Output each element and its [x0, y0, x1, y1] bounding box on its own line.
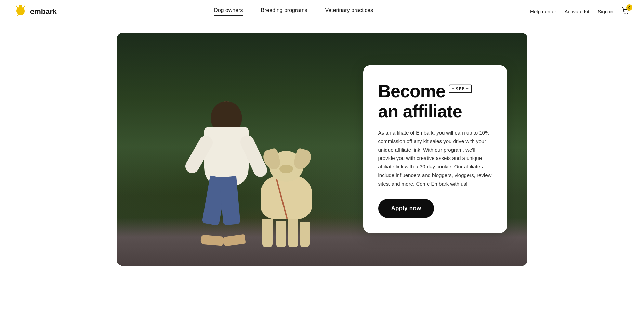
nav-center: Dog owners Breeding programs Veterinary …	[57, 7, 530, 16]
sep-bracket-close-icon: ¬	[466, 87, 469, 91]
headline-row: Become ⌐ SEP ¬	[378, 82, 492, 101]
headline-affiliate: an affiliate	[378, 102, 492, 121]
help-center-link[interactable]: Help center	[530, 9, 556, 14]
embark-logo-icon	[14, 5, 27, 18]
cart-button[interactable]: 0	[621, 7, 630, 17]
brand-name: embark	[30, 7, 57, 16]
svg-point-0	[19, 5, 22, 8]
activate-kit-link[interactable]: Activate kit	[565, 9, 590, 14]
hero-section: Become ⌐ SEP ¬ an affiliate As an affili…	[117, 33, 527, 266]
sep-label: SEP	[456, 86, 464, 91]
headline-become: Become	[378, 82, 445, 101]
nav-right: Help center Activate kit Sign in 0	[530, 7, 630, 17]
logo-link[interactable]: embark	[14, 5, 57, 18]
nav-veterinary-practices[interactable]: Veterinary practices	[325, 7, 373, 16]
nav-dog-owners[interactable]: Dog owners	[214, 7, 243, 16]
sep-badge: ⌐ SEP ¬	[449, 85, 472, 93]
sign-in-link[interactable]: Sign in	[597, 9, 613, 14]
dog-figure	[254, 141, 319, 247]
cart-count-badge: 0	[626, 4, 632, 11]
nav-breeding-programs[interactable]: Breeding programs	[261, 7, 307, 16]
affiliate-description: As an affiliate of Embark, you will earn…	[378, 129, 492, 188]
apply-now-button[interactable]: Apply now	[378, 199, 434, 218]
svg-point-1	[625, 13, 626, 14]
sep-bracket-icon: ⌐	[452, 87, 455, 91]
svg-point-2	[627, 13, 628, 14]
main-nav: embark Dog owners Breeding programs Vete…	[0, 0, 644, 23]
affiliate-card: Become ⌐ SEP ¬ an affiliate As an affili…	[363, 65, 507, 233]
